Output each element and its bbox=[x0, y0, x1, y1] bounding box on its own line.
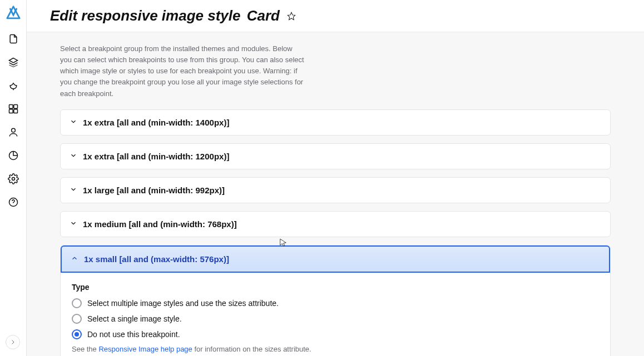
breakpoint-toggle[interactable]: 1x large [all and (min-width: 992px)] bbox=[61, 178, 610, 203]
layers-icon bbox=[8, 57, 19, 68]
star-icon bbox=[287, 12, 296, 21]
help-icon bbox=[8, 197, 19, 208]
radio-icon bbox=[72, 298, 82, 308]
svg-marker-11 bbox=[288, 12, 295, 19]
page-title-prefix: Edit responsive image style bbox=[50, 7, 240, 24]
radio-icon bbox=[72, 314, 82, 324]
svg-rect-3 bbox=[13, 105, 17, 109]
radio-icon bbox=[72, 329, 82, 339]
gear-icon bbox=[8, 173, 19, 184]
content-container: Select a breakpoint group from the insta… bbox=[27, 43, 644, 356]
type-option-multiple[interactable]: Select multiple image styles and use the… bbox=[72, 298, 599, 308]
sidebar-item-structure[interactable] bbox=[2, 51, 24, 73]
breakpoint-group-help: Select a breakpoint group from the insta… bbox=[60, 43, 305, 99]
breakpoint-label: 1x small [all and (max-width: 576px)] bbox=[84, 254, 229, 264]
svg-rect-4 bbox=[9, 109, 13, 113]
breakpoint-row: 1x small [all and (max-width: 576px)] Ty… bbox=[60, 245, 611, 356]
type-label: Type bbox=[72, 283, 599, 292]
chevron-right-icon bbox=[9, 339, 16, 345]
sidebar-item-people[interactable] bbox=[2, 121, 24, 143]
breakpoint-toggle[interactable]: 1x extra [all and (min-width: 1400px)] bbox=[61, 110, 610, 135]
type-option-label: Select multiple image styles and use the… bbox=[87, 299, 279, 308]
sidebar-item-content[interactable] bbox=[2, 28, 24, 50]
sidebar-item-reports[interactable] bbox=[2, 144, 24, 167]
user-icon bbox=[8, 127, 19, 138]
help-page-link[interactable]: Responsive Image help page bbox=[98, 345, 192, 353]
breakpoints-accordion: 1x extra [all and (min-width: 1400px)] 1… bbox=[60, 109, 611, 356]
sidebar-item-help[interactable] bbox=[2, 191, 24, 213]
sidebar-item-extend[interactable] bbox=[2, 98, 24, 120]
sidebar-item-configuration[interactable] bbox=[2, 168, 24, 190]
breakpoint-row: 1x extra [all and (min-width: 1400px)] bbox=[60, 109, 611, 136]
svg-marker-0 bbox=[9, 58, 17, 63]
main-content: Select a breakpoint group from the insta… bbox=[27, 0, 644, 356]
svg-rect-5 bbox=[13, 109, 17, 113]
type-option-label: Do not use this breakpoint. bbox=[87, 330, 180, 339]
logo bbox=[5, 4, 22, 21]
see-suffix: for information on the sizes attribute. bbox=[192, 345, 311, 353]
chevron-down-icon bbox=[70, 152, 77, 161]
breakpoint-label: 1x extra [all and (min-width: 1400px)] bbox=[83, 118, 229, 127]
breakpoint-body: Type Select multiple image styles and us… bbox=[61, 273, 610, 356]
chevron-down-icon bbox=[70, 219, 77, 229]
pie-chart-icon bbox=[8, 150, 19, 161]
admin-sidebar bbox=[0, 0, 27, 356]
breakpoint-toggle[interactable]: 1x extra [all and (min-width: 1200px)] bbox=[61, 144, 610, 169]
breakpoint-row: 1x medium [all and (min-width: 768px)] bbox=[60, 211, 611, 237]
breakpoint-row: 1x extra [all and (min-width: 1200px)] bbox=[60, 143, 611, 169]
svg-point-6 bbox=[11, 128, 15, 132]
chevron-down-icon bbox=[70, 118, 77, 127]
breakpoint-toggle[interactable]: 1x medium [all and (min-width: 768px)] bbox=[61, 212, 610, 237]
svg-point-8 bbox=[12, 178, 14, 180]
breakpoint-toggle[interactable]: 1x small [all and (max-width: 576px)] bbox=[61, 245, 610, 273]
breakpoint-label: 1x extra [all and (min-width: 1200px)] bbox=[83, 152, 229, 161]
breakpoint-label: 1x medium [all and (min-width: 768px)] bbox=[83, 219, 237, 229]
page-title: Edit responsive image style Card bbox=[50, 7, 280, 24]
page-title-name: Card bbox=[247, 7, 280, 24]
type-option-none[interactable]: Do not use this breakpoint. bbox=[72, 329, 599, 339]
favorite-toggle[interactable] bbox=[285, 10, 298, 22]
page-header: Edit responsive image style Card bbox=[27, 0, 644, 32]
chevron-up-icon bbox=[71, 254, 78, 264]
sidebar-expand-toggle[interactable] bbox=[6, 335, 20, 349]
type-option-label: Select a single image style. bbox=[87, 314, 182, 323]
type-option-single[interactable]: Select a single image style. bbox=[72, 314, 599, 324]
sidebar-item-appearance[interactable] bbox=[2, 74, 24, 97]
brush-icon bbox=[8, 80, 19, 91]
type-help-text: See the Responsive Image help page for i… bbox=[72, 345, 599, 353]
breakpoint-row: 1x large [all and (min-width: 992px)] bbox=[60, 177, 611, 203]
breakpoint-label: 1x large [all and (min-width: 992px)] bbox=[83, 185, 225, 195]
blocks-icon bbox=[8, 103, 19, 114]
svg-rect-2 bbox=[9, 105, 13, 109]
chevron-down-icon bbox=[70, 185, 77, 195]
file-icon bbox=[8, 33, 19, 44]
see-prefix: See the bbox=[72, 345, 98, 353]
